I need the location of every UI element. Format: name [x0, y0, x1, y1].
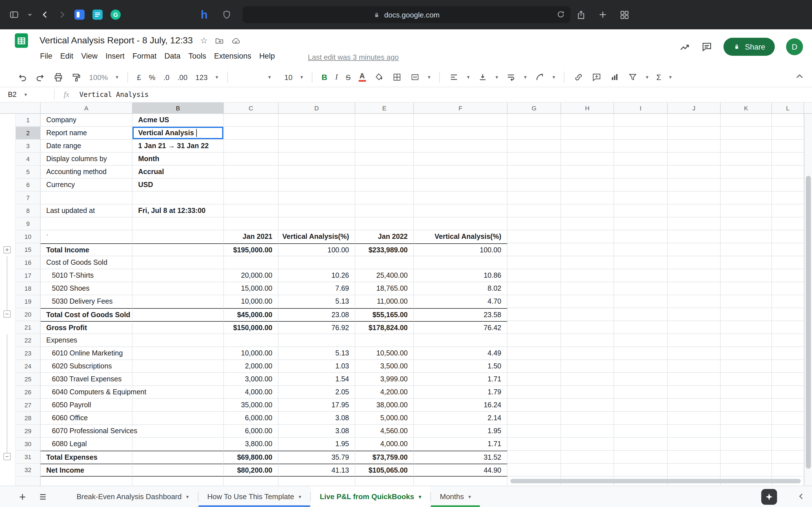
cell-K28[interactable]	[721, 412, 772, 425]
cell-K9[interactable]	[721, 217, 772, 230]
reload-button[interactable]	[557, 10, 565, 18]
cell-F26[interactable]: 1.79	[414, 386, 507, 399]
insert-chart-button[interactable]	[610, 72, 620, 82]
cell-B[interactable]	[133, 476, 224, 486]
cell-B21[interactable]	[133, 321, 224, 334]
sheet-tab-1[interactable]: Break-Even Analysis Dashboard▾	[67, 486, 198, 507]
cell-L1[interactable]	[772, 114, 804, 127]
cell-L20[interactable]	[772, 308, 804, 321]
cell-F9[interactable]	[414, 217, 507, 230]
cell-J21[interactable]	[668, 321, 721, 334]
italic-button[interactable]: I	[335, 73, 338, 82]
cell-E3[interactable]	[355, 140, 414, 153]
cell-L8[interactable]	[772, 205, 804, 217]
cell-I9[interactable]	[614, 217, 668, 230]
cell-I10[interactable]	[614, 230, 668, 243]
cell-H21[interactable]	[561, 321, 614, 334]
cell-J26[interactable]	[668, 386, 721, 399]
cell-J1[interactable]	[668, 114, 721, 127]
cell-B29[interactable]	[133, 425, 224, 438]
cell-D30[interactable]: 1.95	[278, 438, 355, 451]
cell-E26[interactable]: 4,200.00	[355, 386, 414, 399]
cell-D4[interactable]	[278, 153, 355, 166]
cell-B32[interactable]	[133, 464, 224, 476]
cell-K22[interactable]	[721, 334, 772, 347]
cell-C6[interactable]	[224, 179, 278, 191]
cell-A16[interactable]: Cost of Goods Sold	[41, 256, 133, 269]
cell-E6[interactable]	[355, 179, 414, 191]
cell-H29[interactable]	[561, 425, 614, 438]
cell-A[interactable]	[41, 476, 133, 486]
cell-C[interactable]	[224, 476, 278, 486]
column-header-J[interactable]: J	[668, 103, 721, 113]
cell-B28[interactable]	[133, 412, 224, 425]
sidebar-toggle-button[interactable]	[9, 10, 19, 19]
cell-H15[interactable]	[561, 243, 614, 256]
back-button[interactable]	[41, 10, 50, 19]
cell-B15[interactable]	[133, 243, 224, 256]
cell-F8[interactable]	[414, 205, 507, 217]
row-header-5[interactable]: 5	[16, 166, 41, 179]
row-header-27[interactable]: 27	[16, 399, 41, 412]
cell-I5[interactable]	[614, 166, 668, 179]
column-header-I[interactable]: I	[614, 103, 668, 113]
cell-F1[interactable]	[414, 114, 507, 127]
extension-grammarly-icon[interactable]: G	[110, 10, 121, 20]
cell-G6[interactable]	[507, 179, 561, 191]
cell-B9[interactable]	[133, 217, 224, 230]
strikethrough-button[interactable]: S	[346, 73, 350, 81]
browser-share-button[interactable]	[576, 10, 586, 19]
cell-L5[interactable]	[772, 166, 804, 179]
cell-E30[interactable]: 4,000.00	[355, 438, 414, 451]
cell-F24[interactable]: 1.50	[414, 360, 507, 373]
cell-I1[interactable]	[614, 114, 668, 127]
cell-K19[interactable]	[721, 295, 772, 308]
cell-B10[interactable]	[133, 230, 224, 243]
address-bar[interactable]: docs.google.com	[243, 6, 571, 23]
cell-G32[interactable]	[507, 464, 561, 476]
cell-J10[interactable]	[668, 230, 721, 243]
sheet-tab-2[interactable]: How To Use This Template▾	[198, 486, 310, 507]
cell-C21[interactable]: $150,000.00	[224, 321, 278, 334]
cell-G29[interactable]	[507, 425, 561, 438]
functions-button[interactable]: Σ	[656, 73, 661, 82]
row-header-28[interactable]: 28	[16, 412, 41, 425]
cell-G10[interactable]	[507, 230, 561, 243]
cell-E21[interactable]: $178,824.00	[355, 321, 414, 334]
cell-E7[interactable]	[355, 191, 414, 205]
menu-tools[interactable]: Tools	[185, 51, 210, 61]
cell-C24[interactable]: 2,000.00	[224, 360, 278, 373]
cell-C17[interactable]: 20,000.00	[224, 269, 278, 282]
cell-K29[interactable]	[721, 425, 772, 438]
cell-D7[interactable]	[278, 191, 355, 205]
column-header-K[interactable]: K	[721, 103, 772, 113]
cell-A17[interactable]: 5010 T-Shirts	[41, 269, 133, 282]
decrease-decimals-button[interactable]: .0	[163, 73, 169, 81]
cell-C1[interactable]	[224, 114, 278, 127]
cell-K5[interactable]	[721, 166, 772, 179]
column-header-B[interactable]: B	[133, 103, 224, 113]
cell-E28[interactable]: 5,000.00	[355, 412, 414, 425]
row-header-17[interactable]: 17	[16, 269, 41, 282]
row-header-10[interactable]: 10	[16, 230, 41, 243]
cell-B27[interactable]	[133, 399, 224, 412]
cell-A2[interactable]: Report name	[41, 127, 133, 140]
cell-D19[interactable]: 5.13	[278, 295, 355, 308]
print-button[interactable]	[53, 72, 63, 82]
cell-C5[interactable]	[224, 166, 278, 179]
move-folder-button[interactable]	[215, 36, 224, 45]
more-formats-button[interactable]: 123	[195, 73, 207, 81]
cell-H31[interactable]	[561, 451, 614, 464]
increase-decimals-button[interactable]: .00	[177, 73, 188, 81]
cell-D16[interactable]	[278, 256, 355, 269]
cell-D29[interactable]: 3.08	[278, 425, 355, 438]
row-group-collapse-button[interactable]: −	[3, 453, 11, 460]
vertical-scrollbar[interactable]	[804, 114, 812, 486]
cell-G9[interactable]	[507, 217, 561, 230]
cell-C22[interactable]	[224, 334, 278, 347]
cell-I29[interactable]	[614, 425, 668, 438]
cell-K20[interactable]	[721, 308, 772, 321]
cell-L10[interactable]	[772, 230, 804, 243]
cell-K1[interactable]	[721, 114, 772, 127]
cell-K8[interactable]	[721, 205, 772, 217]
